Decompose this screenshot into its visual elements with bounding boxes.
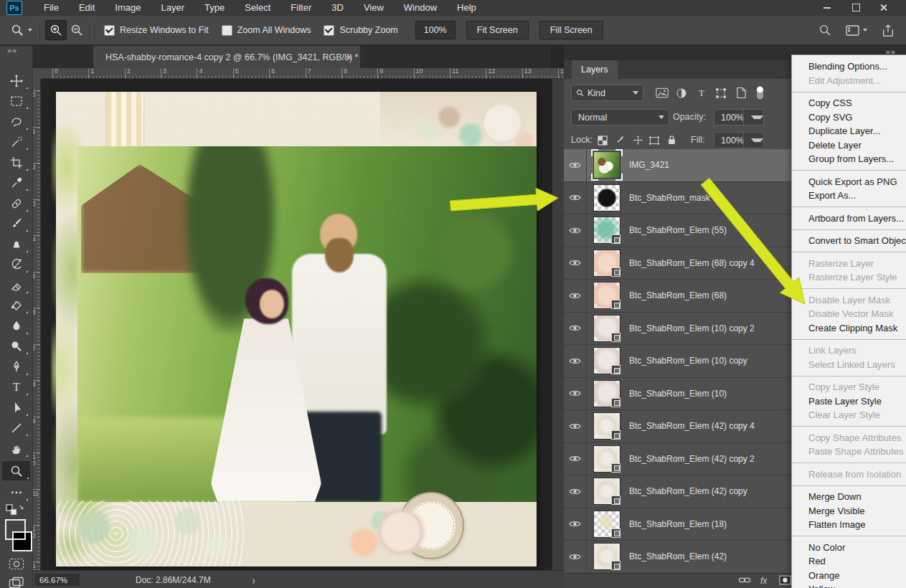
layer-visibility-toggle[interactable] [564, 443, 587, 475]
path-selection-tool[interactable] [3, 399, 29, 417]
lock-position-icon[interactable] [631, 133, 645, 148]
crop-tool[interactable] [3, 153, 29, 172]
blend-mode-dropdown[interactable]: Normal [571, 109, 669, 125]
context-menu-item[interactable]: Duplicate Layer... [792, 124, 906, 138]
layer-thumbnail[interactable] [593, 250, 620, 277]
rectangular-marquee-tool[interactable] [3, 92, 29, 110]
menu-item[interactable]: Select [235, 0, 280, 16]
layer-visibility-toggle[interactable] [564, 214, 587, 247]
horizontal-ruler[interactable]: 01234567891011121314 [41, 68, 564, 79]
document-tab[interactable]: HSA-shabby-romance-4 copy 2 @ 66.7% (IMG… [93, 46, 360, 68]
menu-item[interactable]: Window [394, 0, 447, 16]
eraser-tool[interactable] [3, 276, 29, 295]
eyedropper-tool[interactable] [3, 174, 29, 192]
workspace-switcher[interactable] [846, 25, 867, 36]
layer-visibility-toggle[interactable] [564, 410, 587, 442]
context-menu-item[interactable]: Convert to Smart Object [792, 234, 906, 248]
line-tool[interactable] [3, 419, 29, 437]
status-options-chevron[interactable]: › [253, 573, 255, 587]
screen-mode-button[interactable] [9, 577, 24, 588]
scrubby-zoom-checkbox[interactable]: Scrubby Zoom [324, 25, 397, 36]
layer-name[interactable]: Btc_ShabRom_Elem (10) [629, 389, 727, 399]
layer-visibility-toggle[interactable] [564, 247, 587, 280]
layer-thumbnail[interactable] [593, 543, 620, 570]
search-icon[interactable] [818, 24, 831, 37]
context-menu-item[interactable]: Export As... [792, 189, 906, 203]
magic-wand-tool[interactable] [3, 133, 29, 151]
hand-tool[interactable] [3, 440, 29, 458]
layer-thumbnail[interactable] [593, 445, 620, 473]
tab-close-icon[interactable]: × [346, 52, 352, 62]
menu-item[interactable]: Type [194, 0, 235, 16]
brush-tool[interactable] [3, 214, 29, 233]
menu-item[interactable]: Edit [69, 0, 105, 16]
dodge-tool[interactable] [3, 337, 29, 356]
layer-filter-kind-dropdown[interactable]: Kind [571, 85, 643, 101]
filter-smart-objects-icon[interactable] [733, 85, 749, 101]
layer-visibility-toggle[interactable] [564, 313, 587, 345]
layer-visibility-toggle[interactable] [564, 182, 587, 214]
lock-pixels-icon[interactable] [613, 133, 627, 148]
lock-all-icon[interactable] [664, 133, 679, 148]
type-tool[interactable]: T [3, 378, 29, 397]
photoshop-logo[interactable]: Ps [6, 1, 22, 15]
layer-visibility-toggle[interactable] [564, 378, 587, 410]
context-menu-item[interactable]: Artboard from Layers... [792, 212, 906, 226]
filter-toggle-icon[interactable] [752, 85, 768, 101]
blur-tool[interactable] [3, 317, 29, 336]
layer-thumbnail[interactable] [593, 380, 620, 407]
menu-item[interactable]: Image [105, 0, 151, 16]
menu-item[interactable]: Filter [280, 0, 321, 16]
canvas-area[interactable] [41, 79, 552, 570]
quick-mask-button[interactable] [9, 558, 24, 570]
layer-name[interactable]: Btc_ShabRom_mask [629, 193, 710, 203]
layer-visibility-toggle[interactable] [564, 280, 587, 312]
fill-dropdown[interactable]: 100% [714, 132, 764, 148]
context-menu-item[interactable]: Merge Visible [792, 504, 906, 518]
document-page[interactable] [56, 92, 537, 566]
fill-screen-button[interactable]: Fill Screen [539, 21, 603, 39]
close-icon[interactable] [872, 2, 894, 13]
context-menu-item[interactable]: Merge Down [792, 490, 906, 504]
zoom-out-button[interactable] [67, 21, 87, 39]
layer-name[interactable]: Btc_ShabRom_Elem (42) copy [629, 486, 747, 496]
menu-item[interactable]: Help [447, 0, 486, 16]
opacity-dropdown[interactable]: 100% [714, 109, 764, 125]
resize-windows-checkbox[interactable]: Resize Windows to Fit [104, 25, 209, 36]
paint-bucket-tool[interactable] [3, 296, 29, 315]
pen-tool[interactable] [3, 358, 29, 376]
context-menu-item[interactable]: Orange [792, 569, 906, 583]
layer-thumbnail[interactable] [593, 315, 620, 342]
layer-name[interactable]: Btc_ShabRom_Elem (42) copy 2 [629, 454, 755, 464]
context-menu-item[interactable]: No Color [792, 541, 906, 555]
zoom-tool[interactable] [2, 461, 30, 480]
link-layers-icon[interactable] [738, 575, 751, 585]
filter-pixel-layers-icon[interactable] [654, 85, 670, 101]
move-tool[interactable] [3, 72, 29, 90]
layer-visibility-toggle[interactable] [564, 345, 587, 377]
zoom-in-button[interactable] [45, 20, 67, 40]
context-menu-item[interactable]: Red [792, 554, 906, 569]
layer-visibility-toggle[interactable] [564, 149, 587, 181]
zoom-level-field[interactable]: 100% [415, 21, 456, 39]
layer-thumbnail[interactable] [593, 412, 620, 440]
layer-thumbnail[interactable] [593, 511, 620, 538]
fit-screen-button[interactable]: Fit Screen [466, 21, 529, 39]
context-menu-item[interactable]: Group from Layers... [792, 152, 906, 166]
maximize-icon[interactable] [845, 2, 867, 13]
collapse-panel-chevrons[interactable]: »» [7, 46, 17, 54]
layer-thumbnail[interactable] [593, 184, 620, 212]
layer-name[interactable]: Btc_ShabRom_Elem (42) copy 4 [629, 421, 755, 431]
minimize-icon[interactable] [816, 2, 838, 13]
layer-name[interactable]: Btc_ShabRom_Elem (10) copy [629, 356, 747, 366]
zoom-tool-preset[interactable] [10, 23, 32, 37]
edit-toolbar-button[interactable] [3, 483, 29, 502]
context-menu-item[interactable]: Quick Export as PNG [792, 175, 906, 189]
spot-healing-brush-tool[interactable] [3, 194, 29, 213]
context-menu-item[interactable]: Copy CSS [792, 96, 906, 110]
layer-thumbnail[interactable] [593, 151, 620, 179]
layer-name[interactable]: IMG_3421 [629, 160, 669, 170]
layer-thumbnail[interactable] [593, 347, 620, 374]
add-layer-mask-icon[interactable] [779, 575, 791, 585]
layer-style-fx-icon[interactable]: fx [760, 576, 767, 586]
